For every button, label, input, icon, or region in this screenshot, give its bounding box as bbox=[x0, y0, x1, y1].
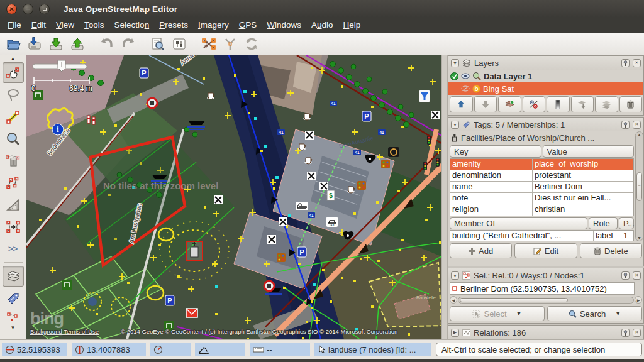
preset-link[interactable]: Facilities/Place of Worship/Church ... bbox=[448, 131, 635, 145]
refresh-button[interactable] bbox=[241, 35, 262, 53]
menu-audio[interactable]: Audio bbox=[306, 18, 338, 33]
selection-list-item[interactable]: Berliner Dom (52.5190735, 13.4010752) ▲▼ bbox=[450, 282, 635, 295]
save-button[interactable] bbox=[24, 35, 45, 53]
preferences-button[interactable] bbox=[169, 35, 190, 53]
traffic-light-icon bbox=[436, 158, 440, 167]
toolbar-scroll-down[interactable]: ▼ bbox=[1, 324, 26, 331]
window-maximize-button[interactable] bbox=[39, 4, 50, 14]
expand-icon[interactable]: ▶ bbox=[451, 329, 459, 337]
tag-row[interactable]: nameBerliner Dom bbox=[450, 182, 633, 193]
dropdown-arrow-icon: ▼ bbox=[615, 310, 621, 317]
tag-row[interactable]: denominationprotestant bbox=[450, 170, 633, 182]
search-button[interactable] bbox=[147, 35, 169, 53]
key-column-header[interactable]: Key bbox=[450, 145, 541, 158]
tool-measure-angle[interactable] bbox=[3, 194, 24, 215]
tags-scrollbar[interactable]: ▲ = ▼ bbox=[635, 131, 643, 241]
upload-data-button[interactable] bbox=[67, 35, 88, 53]
tool-merge-nodes[interactable] bbox=[3, 216, 24, 237]
collapse-icon[interactable]: ▼ bbox=[451, 272, 459, 280]
scroll-down-icon[interactable]: ▼ bbox=[637, 236, 641, 240]
tool-delete[interactable] bbox=[3, 150, 24, 171]
window-minimize-button[interactable]: ─ bbox=[23, 4, 33, 14]
window-close-button[interactable]: ✕ bbox=[6, 4, 17, 14]
tool-more[interactable]: >> bbox=[3, 238, 24, 259]
toggle-tags-panel[interactable] bbox=[3, 288, 24, 309]
hscroll-track[interactable] bbox=[458, 297, 634, 304]
layer-delete-button[interactable] bbox=[619, 96, 643, 112]
toggle-selection-panel[interactable] bbox=[3, 310, 24, 324]
search-selection-button[interactable]: Search▼ bbox=[547, 306, 642, 321]
layer-row-bing[interactable]: b Bing Sat bbox=[448, 82, 643, 95]
tool-select-move[interactable] bbox=[3, 62, 24, 83]
tags-panel: ▼ Tags: 5 / Memberships: 1 ✕ Facilities/… bbox=[448, 117, 644, 266]
layer-activate-button[interactable] bbox=[498, 96, 521, 112]
right-panel-column: ▼ Layers ✕ Data Layer 1 b Bing Sat bbox=[448, 55, 644, 339]
menu-gps[interactable]: GPS bbox=[234, 18, 262, 33]
pin-icon[interactable] bbox=[621, 329, 630, 337]
tag-row[interactable]: religionchristian bbox=[450, 204, 633, 216]
split-way-button[interactable] bbox=[198, 35, 219, 53]
add-tag-button[interactable]: Add bbox=[450, 243, 512, 258]
menu-view[interactable]: View bbox=[51, 18, 79, 33]
tool-lasso[interactable] bbox=[3, 84, 24, 105]
scroll-thumb[interactable]: = bbox=[636, 172, 642, 201]
church-icon bbox=[451, 134, 458, 142]
position-column-header[interactable]: P... bbox=[619, 217, 634, 229]
open-button[interactable] bbox=[3, 35, 24, 53]
download-data-button[interactable] bbox=[45, 35, 67, 53]
layer-duplicate-button[interactable] bbox=[595, 96, 618, 112]
maximize-icon bbox=[43, 8, 47, 11]
layer-row-data[interactable]: Data Layer 1 bbox=[448, 70, 643, 82]
panel-splitter[interactable] bbox=[441, 55, 448, 339]
selection-hscrollbar[interactable]: ◀ ▶ bbox=[450, 296, 642, 304]
layer-move-down-button[interactable] bbox=[474, 96, 497, 112]
map-canvas[interactable]: P P P P TAXI $ bbox=[26, 55, 441, 339]
close-icon[interactable]: ✕ bbox=[633, 272, 641, 280]
menu-file[interactable]: File bbox=[3, 18, 26, 33]
scroll-right-icon[interactable]: ▶ bbox=[635, 296, 642, 304]
close-icon[interactable]: ✕ bbox=[633, 121, 641, 129]
svg-text:P: P bbox=[167, 297, 172, 304]
tag-row[interactable]: noteDies ist nur ein Fall... bbox=[450, 193, 633, 204]
tool-zoom[interactable] bbox=[3, 128, 24, 149]
layer-move-up-button[interactable] bbox=[450, 96, 473, 112]
undo-button[interactable] bbox=[96, 35, 118, 53]
value-column-header[interactable]: Value bbox=[543, 145, 635, 158]
close-icon[interactable]: ✕ bbox=[633, 59, 641, 67]
tool-draw-nodes[interactable] bbox=[3, 106, 24, 127]
collapse-icon[interactable]: ▼ bbox=[451, 59, 459, 67]
edit-tag-button[interactable]: Edit bbox=[514, 243, 577, 258]
menu-windows[interactable]: Windows bbox=[262, 18, 306, 33]
menu-tools[interactable]: Tools bbox=[79, 18, 109, 33]
tool-unglue[interactable] bbox=[3, 172, 24, 193]
collapse-icon[interactable]: ▼ bbox=[451, 121, 459, 129]
scroll-up-icon[interactable]: ▲ bbox=[637, 133, 641, 137]
svg-text:68.4 m: 68.4 m bbox=[69, 84, 92, 93]
close-icon[interactable]: ✕ bbox=[633, 329, 641, 337]
membership-row[interactable]: building ("Berlin Cathedral", ... label … bbox=[450, 230, 634, 241]
layer-merge-down-button[interactable] bbox=[571, 96, 594, 112]
menu-help[interactable]: Help bbox=[338, 18, 366, 33]
layer-opacity-button[interactable] bbox=[547, 96, 570, 112]
combine-way-button[interactable] bbox=[219, 35, 241, 53]
menu-selection[interactable]: Selection bbox=[109, 18, 155, 33]
delete-tag-button[interactable]: Delete bbox=[580, 243, 642, 258]
terms-link[interactable]: Background Terms of Use bbox=[30, 328, 99, 335]
svg-text:41: 41 bbox=[279, 130, 284, 134]
member-of-column-header[interactable]: Member Of bbox=[450, 217, 587, 229]
toolbar-scroll-up[interactable]: ▲ bbox=[1, 55, 26, 62]
pin-icon[interactable] bbox=[621, 272, 630, 280]
redo-button[interactable] bbox=[118, 35, 139, 53]
hscroll-thumb[interactable] bbox=[460, 298, 568, 302]
tag-row[interactable]: amenityplace_of_worship bbox=[450, 159, 633, 170]
menu-imagery[interactable]: Imagery bbox=[193, 18, 234, 33]
pin-icon[interactable] bbox=[621, 121, 630, 129]
menu-presets[interactable]: Presets bbox=[154, 18, 193, 33]
select-button[interactable]: Select▼ bbox=[450, 306, 545, 321]
menu-edit[interactable]: Edit bbox=[26, 18, 51, 33]
layer-show-hide-button[interactable] bbox=[523, 96, 546, 112]
scroll-left-icon[interactable]: ◀ bbox=[450, 296, 457, 304]
role-column-header[interactable]: Role bbox=[589, 217, 618, 229]
pin-icon[interactable] bbox=[621, 59, 630, 67]
toggle-layers-panel[interactable] bbox=[3, 266, 24, 287]
